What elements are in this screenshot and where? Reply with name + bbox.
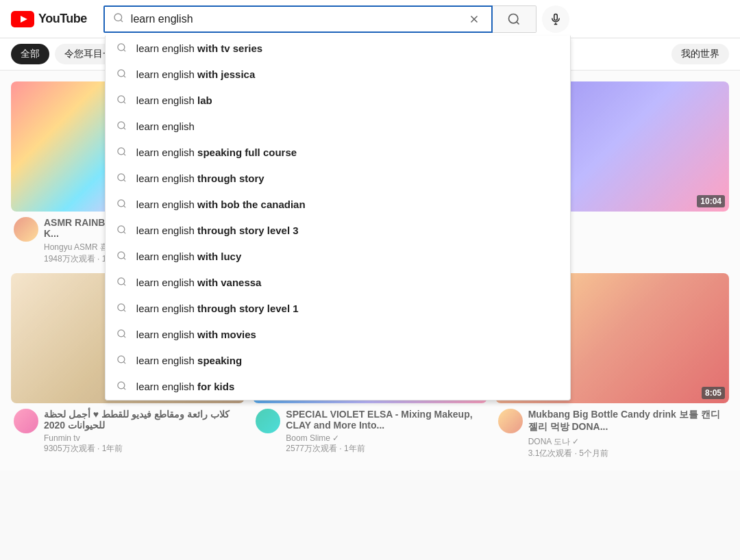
search-icon-left [113, 12, 124, 26]
svg-point-26 [118, 303, 125, 310]
svg-point-6 [118, 43, 125, 50]
avatar-4 [256, 409, 280, 433]
svg-rect-36 [554, 14, 558, 20]
svg-line-33 [123, 387, 125, 390]
search-icon [116, 329, 127, 341]
dropdown-text-6: learn english through story [136, 173, 264, 184]
search-box: learn english with tv series learn engli… [103, 5, 493, 33]
video-channel-3: Funmin tv [44, 433, 242, 443]
dropdown-text-5: learn english speaking full course [136, 147, 297, 158]
youtube-wordmark: YouTube [38, 12, 87, 26]
svg-line-3 [121, 20, 123, 22]
dropdown-item-6[interactable]: learn english through story [106, 166, 570, 192]
dropdown-text-13: learn english speaking [136, 355, 242, 366]
search-input[interactable] [131, 13, 465, 25]
svg-line-9 [123, 75, 125, 77]
video-meta-5: Mukbang Big Bottle Candy drink 보틀 캔디 젤리 … [528, 409, 726, 459]
svg-line-17 [123, 179, 125, 181]
filter-chip-my-world[interactable]: 我的世界 [671, 44, 729, 64]
avatar-3 [14, 409, 38, 433]
svg-line-31 [123, 361, 125, 364]
duration-badge-5: 8:05 [702, 387, 725, 399]
search-icon [116, 173, 127, 185]
video-title-3: كلاب رائعة ومقاطع فيديو للقطط ♥ أجمل لحظ… [44, 409, 242, 431]
video-channel-4: Boom Slime ✓ [286, 433, 484, 443]
dropdown-text-7: learn english with bob the canadian [136, 199, 306, 210]
dropdown-item-7[interactable]: learn english with bob the canadian [106, 192, 570, 218]
dropdown-item-10[interactable]: learn english with vanessa [106, 270, 570, 296]
svg-point-22 [118, 251, 125, 258]
search-icon [116, 303, 127, 315]
dropdown-item-11[interactable]: learn english through story level 1 [106, 296, 570, 322]
search-icon [116, 199, 127, 211]
svg-line-23 [123, 257, 125, 259]
svg-line-35 [517, 21, 519, 24]
dropdown-item-13[interactable]: learn english speaking [106, 348, 570, 374]
avatar-5 [498, 409, 523, 433]
svg-point-12 [118, 121, 125, 128]
youtube-logo-icon [11, 11, 34, 27]
search-icon [116, 277, 127, 289]
dropdown-item-12[interactable]: learn english with movies [106, 322, 570, 348]
search-icon [116, 251, 127, 263]
video-stats-4: 2577万次观看 · 1年前 [286, 443, 484, 455]
dropdown-text-2: learn english with jessica [136, 68, 255, 80]
dropdown-text-10: learn english with vanessa [136, 277, 262, 288]
dropdown-text-12: learn english with movies [136, 329, 256, 340]
video-channel-5: DONA 도나 ✓ [528, 436, 726, 448]
svg-point-18 [118, 199, 125, 206]
dropdown-item-9[interactable]: learn english with lucy [106, 244, 570, 270]
mic-button[interactable] [542, 5, 569, 33]
dropdown-text-9: learn english with lucy [136, 251, 241, 262]
svg-point-28 [118, 329, 125, 336]
search-icon [116, 120, 127, 133]
svg-line-7 [123, 49, 125, 51]
clear-button[interactable] [465, 10, 483, 28]
search-submit-button[interactable] [493, 5, 536, 33]
svg-point-14 [118, 147, 125, 154]
dropdown-text-11: learn english through story level 1 [136, 303, 299, 314]
search-icon [116, 355, 127, 367]
video-stats-3: 9305万次观看 · 1年前 [44, 443, 242, 455]
dropdown-item-2[interactable]: learn english with jessica [106, 62, 570, 88]
dropdown-item-5[interactable]: learn english speaking full course [106, 140, 570, 166]
search-icon [116, 225, 127, 237]
search-dropdown: learn english with tv series learn engli… [105, 36, 571, 400]
dropdown-text-1: learn english with tv series [136, 42, 262, 54]
video-meta-3: كلاب رائعة ومقاطع فيديو للقطط ♥ أجمل لحظ… [44, 409, 242, 455]
svg-line-15 [123, 153, 125, 155]
search-container: learn english with tv series learn engli… [103, 5, 569, 33]
search-icon [116, 68, 127, 81]
svg-line-29 [123, 335, 125, 338]
svg-point-30 [118, 355, 125, 362]
dropdown-item-8[interactable]: learn english through story level 3 [106, 218, 570, 244]
filter-chip-all[interactable]: 全部 [11, 44, 49, 64]
search-icon [116, 94, 127, 107]
video-title-4: SPECIAL VIOLET ELSA - Mixing Makeup, CLA… [286, 409, 484, 431]
video-stats-5: 3.1亿次观看 · 5个月前 [528, 448, 726, 459]
video-title-5: Mukbang Big Bottle Candy drink 보틀 캔디 젤리 … [528, 409, 726, 433]
svg-point-24 [118, 277, 125, 284]
svg-point-32 [118, 381, 125, 388]
dropdown-item-14[interactable]: learn english for kids [106, 374, 570, 400]
header: YouTube [0, 0, 740, 38]
svg-point-34 [509, 14, 518, 23]
search-icon [116, 147, 127, 159]
dropdown-item-4[interactable]: learn english [106, 114, 570, 140]
dropdown-item-1[interactable]: learn english with tv series [106, 36, 570, 62]
svg-point-2 [114, 14, 122, 21]
dropdown-text-3: learn english lab [136, 94, 212, 106]
avatar-1 [14, 217, 38, 242]
search-icon [116, 381, 127, 393]
channel-row-3: كلاب رائعة ومقاطع فيديو للقطط ♥ أجمل لحظ… [11, 409, 245, 455]
svg-point-20 [118, 225, 125, 232]
dropdown-text-14: learn english for kids [136, 381, 234, 392]
svg-line-11 [123, 101, 125, 103]
channel-row-4: SPECIAL VIOLET ELSA - Mixing Makeup, CLA… [253, 409, 486, 455]
svg-line-19 [123, 205, 125, 207]
svg-point-10 [118, 95, 125, 102]
svg-point-16 [118, 173, 125, 180]
dropdown-item-3[interactable]: learn english lab [106, 88, 570, 114]
logo-area[interactable]: YouTube [11, 11, 87, 27]
dropdown-text-4: learn english [136, 120, 195, 132]
